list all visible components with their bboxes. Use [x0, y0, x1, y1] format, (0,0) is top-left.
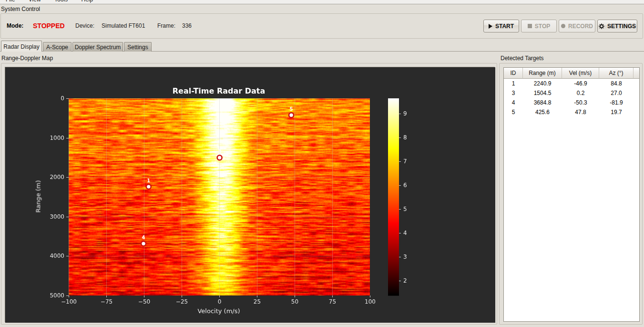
start-button[interactable]: START: [483, 20, 519, 32]
col-header-az[interactable]: Az (°): [599, 68, 634, 79]
col-header-id[interactable]: ID: [504, 68, 523, 79]
detected-targets-title: Detected Targets: [501, 55, 544, 62]
menu-file[interactable]: File: [0, 0, 20, 4]
menu-bar: File View Tools Help: [0, 0, 644, 4]
plot-xlabel: Velocity (m/s): [171, 307, 266, 315]
col-header-filler: [634, 68, 639, 79]
cell-range[interactable]: 1504.5: [523, 88, 562, 98]
device-value: Simulated FT601: [102, 22, 145, 29]
tab-radar-display[interactable]: Radar Display: [1, 41, 42, 52]
cell-vel[interactable]: -50.3: [562, 98, 599, 107]
record-button[interactable]: RECORD: [559, 20, 595, 32]
tab-doppler-spectrum[interactable]: Doppler Spectrum: [72, 42, 123, 52]
frame-value: 336: [182, 22, 192, 29]
cell-az[interactable]: -81.9: [599, 98, 634, 107]
cell-az[interactable]: 84.8: [599, 79, 634, 88]
cell-vel[interactable]: 47.8: [562, 107, 599, 117]
settings-button-label: SETTINGS: [607, 23, 636, 30]
device-label: Device:: [75, 22, 94, 29]
menu-view[interactable]: View: [23, 0, 47, 4]
cell-range[interactable]: 2240.9: [523, 79, 562, 88]
menu-tools[interactable]: Tools: [49, 0, 73, 4]
start-button-label: START: [495, 23, 514, 30]
system-control-title: System Control: [1, 6, 40, 12]
target-row-3[interactable]: 3 1504.5 0.2 27.0: [504, 88, 639, 98]
range-doppler-title: Range-Doppler Map: [1, 55, 53, 62]
cell-range[interactable]: 425.6: [523, 107, 562, 117]
targets-table[interactable]: ID Range (m) Vel (m/s) Az (°) 1 2240.9 -…: [503, 67, 640, 322]
col-header-range[interactable]: Range (m): [523, 68, 562, 79]
settings-button[interactable]: SETTINGS: [597, 20, 637, 32]
targets-table-header: ID Range (m) Vel (m/s) Az (°): [504, 68, 639, 79]
plot-ylabel: Range (m): [35, 168, 42, 225]
cell-vel[interactable]: 0.2: [562, 88, 599, 98]
cell-id[interactable]: 5: [504, 107, 523, 117]
frame-label: Frame:: [157, 22, 175, 29]
play-icon: [489, 24, 492, 29]
plot-title: Real-Time Radar Data: [123, 86, 314, 95]
target-row-4[interactable]: 4 3684.8 -50.3 -81.9: [504, 98, 639, 107]
tab-settings[interactable]: Settings: [124, 42, 152, 52]
tab-a-scope[interactable]: A-Scope: [43, 42, 72, 52]
gear-icon: [599, 23, 604, 29]
range-doppler-heatmap[interactable]: [5, 67, 495, 323]
mode-value: STOPPED: [33, 22, 65, 30]
cell-range[interactable]: 3684.8: [523, 98, 562, 107]
target-row-1[interactable]: 1 2240.9 -46.9 84.8: [504, 79, 639, 88]
cell-vel[interactable]: -46.9: [562, 79, 599, 88]
col-header-vel[interactable]: Vel (m/s): [562, 68, 599, 79]
cell-az[interactable]: 27.0: [599, 88, 634, 98]
record-button-label: RECORD: [568, 23, 593, 30]
stop-button[interactable]: STOP: [521, 20, 557, 32]
cell-id[interactable]: 1: [504, 79, 523, 88]
record-icon: [561, 24, 565, 28]
stop-button-label: STOP: [535, 23, 550, 30]
cell-id[interactable]: 3: [504, 88, 523, 98]
radar-plot-panel: [5, 67, 495, 322]
radar-app-window: File View Tools Help System Control Mode…: [0, 0, 644, 327]
stop-icon: [528, 24, 532, 28]
mode-label: Mode:: [7, 22, 23, 29]
cell-az[interactable]: 19.7: [599, 107, 634, 117]
target-row-5[interactable]: 5 425.6 47.8 19.7: [504, 107, 639, 117]
menu-help[interactable]: Help: [76, 0, 99, 4]
cell-id[interactable]: 4: [504, 98, 523, 107]
